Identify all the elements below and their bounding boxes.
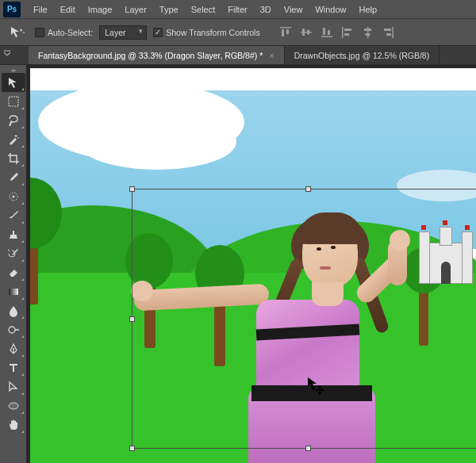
crop-tool[interactable]: [2, 149, 25, 168]
tab-fantasy-background[interactable]: FantasyBackground.jpg @ 33.3% (Dragon Sl…: [29, 46, 285, 64]
show-transform-checkbox[interactable]: Show Transform Controls: [153, 28, 259, 37]
svg-rect-10: [344, 29, 351, 31]
svg-point-20: [12, 196, 14, 198]
menu-3d[interactable]: 3D: [254, 3, 278, 16]
svg-rect-1: [282, 29, 284, 36]
svg-rect-5: [307, 30, 309, 35]
dodge-tool[interactable]: [2, 320, 25, 339]
tab-expand-icon[interactable]: [2, 48, 13, 59]
move-tool[interactable]: [2, 73, 25, 92]
lasso-tool[interactable]: [2, 111, 25, 130]
svg-rect-8: [328, 30, 330, 35]
svg-rect-2: [286, 29, 289, 34]
target-dropdown[interactable]: Layer: [99, 25, 147, 40]
align-right-icon[interactable]: [379, 25, 398, 40]
menu-image[interactable]: Image: [82, 3, 119, 16]
castle: [417, 227, 473, 290]
svg-rect-11: [344, 33, 349, 36]
align-left-icon[interactable]: [338, 25, 357, 40]
type-tool[interactable]: [2, 358, 25, 377]
close-icon[interactable]: ×: [269, 51, 274, 60]
menu-select[interactable]: Select: [185, 3, 222, 16]
menu-layer[interactable]: Layer: [118, 3, 153, 16]
align-bottom-icon[interactable]: [317, 25, 336, 40]
svg-rect-13: [364, 29, 371, 31]
hand-tool[interactable]: [2, 415, 25, 434]
toolbox: ◂▸: [0, 65, 27, 463]
align-vcenter-icon[interactable]: [297, 25, 316, 40]
svg-rect-15: [393, 27, 394, 38]
svg-point-24: [9, 403, 18, 409]
svg-rect-6: [321, 36, 332, 38]
document-canvas[interactable]: [30, 68, 476, 463]
toolbox-handle-icon[interactable]: ◂▸: [0, 67, 26, 73]
align-hcenter-icon[interactable]: [359, 25, 378, 40]
ellipse-tool[interactable]: [2, 396, 25, 415]
tab-label: DrawnObjects.jpg @ 12.5% (RGB/8): [294, 51, 430, 60]
blur-tool[interactable]: [2, 301, 25, 320]
eyedropper-tool[interactable]: [2, 168, 25, 187]
align-top-icon[interactable]: [276, 25, 295, 40]
gradient-tool[interactable]: [2, 282, 25, 301]
svg-rect-4: [302, 29, 305, 36]
document-tabs: FantasyBackground.jpg @ 33.3% (Dragon Sl…: [0, 46, 476, 65]
menu-edit[interactable]: Edit: [54, 3, 82, 16]
svg-point-22: [9, 327, 15, 333]
auto-select-checkbox[interactable]: Auto-Select:: [35, 28, 93, 37]
align-controls: [276, 25, 398, 40]
tab-drawn-objects[interactable]: DrawnObjects.jpg @ 12.5% (RGB/8): [285, 46, 440, 64]
show-transform-label: Show Transform Controls: [166, 28, 259, 37]
current-tool-icon[interactable]: [6, 23, 29, 42]
auto-select-label: Auto-Select:: [48, 28, 93, 37]
pen-tool[interactable]: [2, 339, 25, 358]
options-bar: Auto-Select: Layer Show Transform Contro…: [0, 19, 476, 46]
svg-rect-7: [323, 28, 325, 35]
spot-heal-tool[interactable]: [2, 187, 25, 206]
rectangular-marquee-tool[interactable]: [2, 92, 25, 111]
svg-point-23: [13, 348, 14, 350]
menu-help[interactable]: Help: [353, 3, 384, 16]
checkbox-icon: [35, 28, 44, 37]
magic-wand-tool[interactable]: [2, 130, 25, 149]
svg-rect-14: [366, 33, 370, 36]
svg-rect-16: [384, 29, 391, 31]
canvas-area[interactable]: [27, 65, 476, 463]
menu-window[interactable]: Window: [309, 3, 352, 16]
svg-rect-21: [9, 289, 18, 295]
girl-layer: [129, 209, 415, 463]
menu-filter[interactable]: Filter: [221, 3, 253, 16]
history-brush-tool[interactable]: [2, 244, 25, 263]
menu-file[interactable]: File: [27, 3, 54, 16]
brush-tool[interactable]: [2, 206, 25, 225]
menu-view[interactable]: View: [278, 3, 309, 16]
svg-rect-9: [342, 27, 344, 38]
menubar: Ps File Edit Image Layer Type Select Fil…: [0, 0, 476, 19]
eraser-tool[interactable]: [2, 263, 25, 282]
checkbox-icon: [153, 28, 163, 37]
cloud: [78, 114, 236, 170]
svg-rect-18: [9, 97, 18, 106]
path-selection-tool[interactable]: [2, 377, 25, 396]
scene-content: [30, 90, 476, 463]
menu-type[interactable]: Type: [153, 3, 185, 16]
clone-stamp-tool[interactable]: [2, 225, 25, 244]
app-logo[interactable]: Ps: [3, 2, 21, 17]
svg-rect-0: [280, 27, 291, 29]
tab-label: FantasyBackground.jpg @ 33.3% (Dragon Sl…: [38, 51, 263, 60]
svg-rect-17: [386, 33, 391, 36]
